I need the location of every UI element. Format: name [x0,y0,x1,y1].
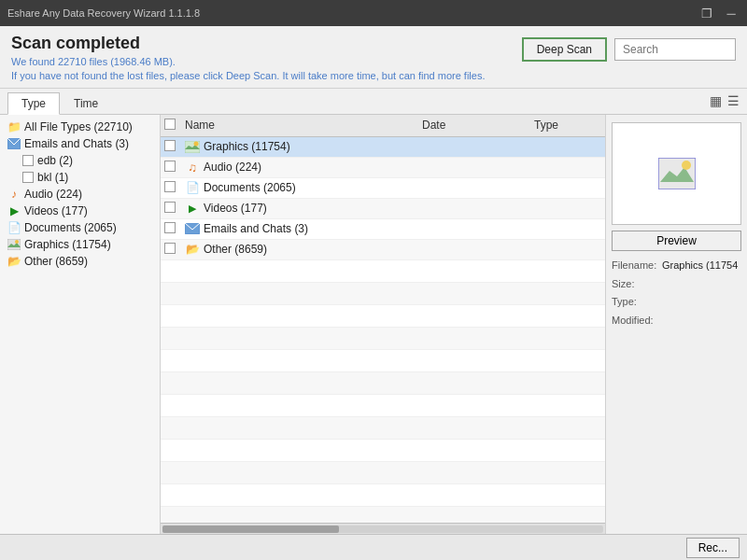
file-type-cell [530,185,605,190]
preview-placeholder-icon [658,158,696,189]
content-area: 📁 All File Types (22710) Emails and Chat… [0,115,747,534]
header-right: Deep Scan [522,37,736,62]
recover-button[interactable]: Rec... [686,538,740,558]
tabs: Type Time [7,92,112,114]
table-row[interactable]: ♫ Audio (224) [161,158,605,178]
sidebar-item-bkl[interactable]: bkl (1) [15,169,160,186]
type-column-header: Type [530,115,605,136]
row-checkbox[interactable] [164,243,176,254]
select-all-checkbox[interactable] [164,119,176,130]
sidebar-item-videos[interactable]: ▶ Videos (177) [0,203,160,219]
file-name-cell: 📂 Other (8659) [181,240,418,259]
subtitle2: If you have not found the lost files, pl… [11,69,485,83]
sidebar-item-documents[interactable]: 📄 Documents (2065) [0,219,160,236]
sidebar-item-graphics[interactable]: Graphics (11754) [0,236,160,253]
tabs-bar: Type Time ▦ ☰ [0,89,747,115]
svg-point-7 [682,161,691,170]
file-name-cell: ♫ Audio (224) [181,158,418,176]
file-name-cell: ▶ Videos (177) [181,199,418,217]
svg-point-2 [15,240,19,244]
table-row[interactable]: ▶ Videos (177) [161,199,605,219]
sidebar-item-audio[interactable]: ♪ Audio (224) [0,186,160,203]
row-checkbox[interactable] [164,222,176,233]
row-checkbox[interactable] [164,181,176,192]
graphics-row-icon [185,140,200,153]
sidebar-item-other[interactable]: 📂 Other (8659) [0,253,160,270]
restore-button[interactable]: ❐ [698,7,715,21]
row-checkbox[interactable] [164,140,176,151]
subtitle1: We found 22710 files (1968.46 MB). [11,55,485,69]
preview-button[interactable]: Preview [612,231,741,251]
file-type-cell [530,144,605,149]
sidebar-emails-children: edb (2) bkl (1) [0,152,160,186]
modified-label: Modified: [612,312,658,330]
size-row: Size: [612,275,741,294]
type-label: Type: [612,293,658,312]
graphics-sidebar-icon [7,238,21,251]
table-row-empty [161,395,605,417]
grid-view-icon[interactable]: ▦ [710,93,722,108]
audio-row-icon: ♫ [185,161,200,174]
sidebar: 📁 All File Types (22710) Emails and Chat… [0,115,161,534]
list-view-icon[interactable]: ☰ [727,93,740,108]
file-name-cell: 📄 Documents (2065) [181,178,418,197]
search-input[interactable] [614,38,736,61]
header: Scan completed We found 22710 files (196… [0,26,747,89]
file-type-cell [530,246,605,252]
tab-type[interactable]: Type [7,92,60,115]
tab-time[interactable]: Time [60,92,112,114]
file-metadata: Filename: Graphics (11754 Size: Type: Mo… [612,257,741,330]
main-window: Scan completed We found 22710 files (196… [0,26,747,560]
table-row-empty [161,440,605,462]
bkl-checkbox[interactable] [22,172,34,183]
row-checkbox[interactable] [164,161,176,172]
date-column-header: Date [418,115,530,136]
page-title: Scan completed [11,34,485,53]
app-title: Eshare Any Data Recovery Wizard 1.1.1.8 [7,7,200,19]
table-row-empty [161,507,605,523]
table-row-empty [161,350,605,372]
view-controls: ▦ ☰ [710,93,740,112]
sidebar-item-all[interactable]: 📁 All File Types (22710) [0,119,160,135]
edb-checkbox[interactable] [22,155,34,166]
svg-rect-1 [7,239,21,250]
type-value [662,293,741,312]
file-name-cell: Graphics (11754) [181,137,418,156]
table-row-empty [161,484,605,507]
file-type-cell [530,205,605,211]
row-checkbox[interactable] [164,202,176,213]
modified-value [662,312,741,330]
table-row-empty [161,260,605,283]
preview-panel: Preview Filename: Graphics (11754 Size: … [605,115,747,534]
sidebar-item-emails[interactable]: Emails and Chats (3) [0,135,160,152]
file-date-cell [418,226,530,231]
scroll-thumb[interactable] [162,525,339,533]
deep-scan-button[interactable]: Deep Scan [522,37,607,62]
minimize-button[interactable]: ─ [723,7,740,21]
table-row[interactable]: 📂 Other (8659) [161,240,605,260]
file-list-area: Name Date Type Graphics (11754) [161,115,605,534]
type-row: Type: [612,293,741,312]
file-date-cell [418,205,530,211]
size-value [662,275,741,294]
other-row-icon: 📂 [185,243,200,256]
bottom-bar: Rec... [0,534,747,560]
table-row-empty [161,462,605,484]
file-date-cell [418,144,530,149]
table-row-empty [161,372,605,395]
horizontal-scrollbar[interactable] [161,523,605,534]
table-row[interactable]: Emails and Chats (3) [161,219,605,240]
filename-value: Graphics (11754 [662,257,741,275]
table-row-empty [161,328,605,350]
file-date-cell [418,164,530,170]
table-row[interactable]: 📄 Documents (2065) [161,178,605,199]
sidebar-item-edb[interactable]: edb (2) [15,152,160,169]
folder-icon: 📁 [7,120,21,133]
name-column-header: Name [181,115,418,136]
audio-sidebar-icon: ♪ [7,188,21,201]
table-row-empty [161,283,605,305]
table-row[interactable]: Graphics (11754) [161,137,605,158]
preview-image-box [612,122,741,225]
title-bar: Eshare Any Data Recovery Wizard 1.1.1.8 … [0,0,747,26]
emails-icon [7,137,21,150]
